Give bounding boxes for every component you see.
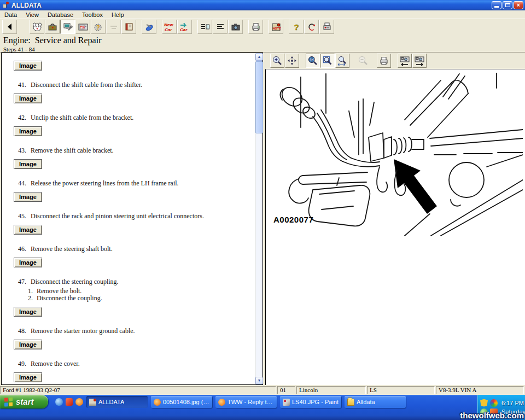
image-view-button[interactable] — [228, 20, 243, 34]
used-car-button[interactable]: Car — [177, 20, 192, 34]
note-button[interactable]: NOTE — [269, 20, 283, 34]
pan-button[interactable] — [285, 54, 299, 68]
step-text: Disconnect the rack and pinion steering … — [31, 213, 204, 220]
internet-browser-icon[interactable] — [55, 398, 63, 406]
close-button[interactable]: × — [514, 1, 523, 9]
zoom-out-button — [356, 54, 370, 68]
image-button[interactable]: Image — [14, 192, 42, 202]
text-view-button[interactable] — [213, 20, 228, 34]
image-button[interactable]: Image — [14, 340, 42, 349]
firefox-icon[interactable] — [75, 398, 83, 406]
book-button[interactable] — [121, 20, 136, 34]
monitor-750-icon: 750 — [78, 21, 89, 32]
viewer-toolbar: 1:1 — [265, 52, 525, 69]
scroll-down-button[interactable]: ▼ — [255, 377, 263, 384]
menu-data[interactable]: Data — [0, 11, 21, 19]
menu-toolbox[interactable]: Toolbox — [78, 11, 107, 19]
status-make: Lincoln — [296, 386, 366, 394]
print-button[interactable] — [248, 20, 263, 34]
status-model: LS — [367, 386, 435, 394]
step-41: 41.Disconnect the shift cable from the s… — [18, 81, 249, 89]
svg-text:NOTE: NOTE — [272, 27, 281, 30]
menu-database[interactable]: Database — [43, 11, 78, 19]
next-image-button[interactable] — [412, 54, 427, 68]
menu-view[interactable]: View — [21, 11, 43, 19]
camera-view-icon — [230, 21, 241, 32]
technical-diagram — [267, 73, 523, 237]
start-label: start — [16, 397, 34, 406]
toolbox-button[interactable] — [45, 20, 60, 34]
start-button[interactable]: start — [0, 395, 48, 409]
text-image-view-icon — [200, 21, 211, 32]
fax-print-button[interactable] — [319, 20, 334, 34]
step-44: 44.Release the power steering lines from… — [18, 180, 249, 187]
previous-image-button[interactable] — [398, 54, 412, 68]
taskbar-button-paint[interactable]: LS40.JPG - Paint — [280, 396, 341, 408]
book-icon — [124, 21, 135, 32]
taskbar-button-folder[interactable]: Alldata — [345, 396, 406, 408]
image-button[interactable]: Image — [14, 94, 42, 103]
print-image-button[interactable] — [377, 54, 391, 68]
actual-size-button[interactable]: 1:1 — [306, 54, 320, 68]
refresh-button[interactable] — [304, 20, 319, 34]
image-button[interactable]: Image — [14, 159, 42, 169]
diagram-viewport[interactable]: A0020077 — [265, 69, 525, 385]
svg-text:Car: Car — [165, 27, 172, 32]
vertical-scrollbar[interactable]: ▲ ▼ — [255, 53, 262, 384]
fit-width-button[interactable] — [335, 54, 349, 68]
hand-tools-icon — [144, 21, 155, 32]
refresh-icon — [306, 21, 317, 32]
step-47: 47.Disconnect the steering coupling. — [18, 278, 249, 285]
image-button[interactable]: Image — [14, 372, 42, 382]
svg-text:New: New — [164, 22, 173, 27]
page-subtitle: Steps 41 - 84 — [3, 46, 525, 52]
step-text: Unclip the shift cable from the bracket. — [31, 114, 133, 121]
title-bar: ALLDATA × — [0, 0, 525, 10]
step-42: 42.Unclip the shift cable from the brack… — [18, 114, 249, 121]
step-text: Remove the starter motor ground cable. — [31, 328, 135, 335]
image-button[interactable]: Image — [14, 307, 42, 317]
image-button[interactable]: Image — [14, 225, 42, 235]
image-button[interactable]: Image — [14, 258, 42, 267]
taskbar-button-tww[interactable]: TWW - Reply to Topic... — [215, 396, 277, 408]
media-player-icon[interactable] — [66, 398, 73, 406]
search-button[interactable] — [30, 20, 44, 34]
hand-tools-button[interactable] — [142, 20, 156, 34]
scrollbar-thumb[interactable] — [255, 61, 263, 133]
back-button[interactable] — [2, 20, 17, 34]
color-wheel-icon[interactable] — [490, 399, 498, 407]
status-bar: Ford #1 1982-03 Q2-07 01 Lincoln LS V8-3… — [0, 386, 525, 395]
fit-page-button[interactable] — [320, 54, 335, 68]
scroll-up-button[interactable]: ▲ — [255, 53, 263, 61]
svg-text:?: ? — [294, 22, 299, 32]
gear-help-button[interactable]: ? — [91, 20, 106, 34]
minimize-button[interactable] — [492, 1, 501, 9]
figure-label: A0020077 — [273, 215, 313, 224]
help-button[interactable]: ? — [289, 20, 304, 34]
image-viewer-pane: 1:1 — [265, 52, 525, 385]
new-car-button[interactable]: NewCar — [162, 20, 177, 34]
image-button[interactable]: Image — [14, 61, 42, 71]
step-46: 46.Remove the steering shaft bolt. — [18, 246, 249, 253]
security-shield-icon[interactable] — [480, 399, 488, 407]
taskbar-button-jpeg[interactable]: 00501408.jpg (JPEG ... — [151, 396, 212, 408]
text-image-view-button[interactable] — [197, 20, 212, 34]
zoom-in-button[interactable] — [270, 54, 284, 68]
status-database: Ford #1 1982-03 Q2-07 — [0, 386, 276, 394]
restore-button[interactable] — [503, 1, 512, 9]
page-title: Engine: Service and Repair — [3, 36, 525, 45]
image-button[interactable]: Image — [14, 126, 42, 136]
step-text: Release the power steering lines from th… — [31, 180, 179, 187]
back-icon — [4, 21, 15, 32]
window-title: ALLDATA — [11, 2, 491, 9]
monitor-750-button[interactable]: 750 — [75, 20, 90, 34]
fit-width-icon — [337, 55, 348, 66]
step-text: Remove the shift cable bracket. — [31, 147, 114, 154]
pan-icon — [287, 55, 298, 66]
menu-help[interactable]: Help — [107, 11, 129, 19]
taskbar-button-alldata[interactable]: ALLDATA — [86, 396, 148, 408]
pc-repair-button[interactable] — [60, 20, 75, 34]
menu-bar: Data View Database Toolbox Help — [0, 10, 525, 19]
status-engine: V8-3.9L VIN A — [436, 386, 524, 394]
step-45: 45.Disconnect the rack and pinion steeri… — [18, 213, 249, 220]
